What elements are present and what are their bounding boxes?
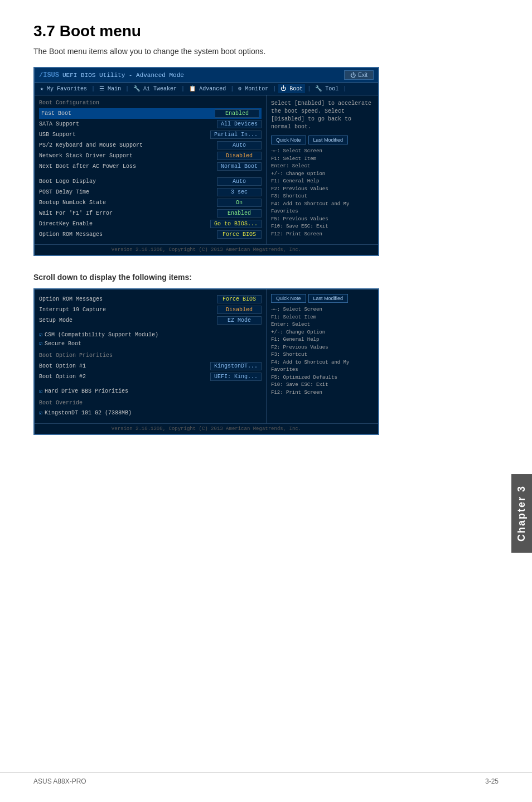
nav-advanced[interactable]: 📋 Advanced [187, 84, 228, 93]
boot-override-label: Boot Override [39, 400, 262, 406]
directkey-label: DirectKey Enable [39, 221, 210, 227]
section-title: 3.7 Boot menu [33, 22, 499, 40]
bios-navbar: ★ My Favorites | ☰ Main | 🔧 Ai Tweaker |… [35, 83, 378, 95]
usb-support-row[interactable]: USB Support Partial In... [39, 129, 262, 140]
ps2-label: PS/2 Keyboard and Mouse Support [39, 142, 217, 148]
wait-f1-row[interactable]: Wait For 'F1' If Error Enabled [39, 208, 262, 219]
fast-boot-value: Enabled [215, 109, 259, 118]
wait-f1-label: Wait For 'F1' If Error [39, 210, 217, 216]
interrupt-value: Disabled [217, 306, 262, 314]
setup-mode-value: EZ Mode [217, 316, 262, 325]
option-rom-label: Option ROM Messages [39, 231, 217, 238]
boot-priorities-label: Boot Option Priorities [39, 352, 262, 359]
network-stack-label: Network Stack Driver Support [39, 153, 217, 159]
bios-shortcuts: →←: Select Screen F1: Select Item Enter:… [271, 148, 374, 238]
numlock-label: Bootup NumLock State [39, 200, 217, 206]
secure-boot-row[interactable]: ☑ Secure Boot [39, 339, 262, 348]
nav-main[interactable]: ☰ Main [97, 84, 123, 93]
boot-opt2-row[interactable]: Boot Option #2 UEFI: King... [39, 371, 262, 382]
bios-help-text: Select [Enabled] to accelerate the boot … [271, 100, 374, 131]
numlock-value: On [217, 199, 262, 207]
exit-icon: ⏻ [350, 72, 356, 78]
sata-support-label: SATA Support [39, 121, 217, 127]
quick-note-tab[interactable]: Quick Note [271, 136, 306, 144]
usb-support-label: USB Support [39, 132, 210, 138]
fast-boot-row[interactable]: Fast Boot Enabled [39, 108, 262, 119]
boot-logo-row[interactable]: Boot Logo Display Auto [39, 176, 262, 187]
secure-boot-checkbox[interactable]: ☑ [39, 340, 42, 347]
nav-tweaker[interactable]: 🔧 Ai Tweaker [131, 84, 179, 93]
csm-label: CSM (Compatibility Support Module) [45, 332, 262, 338]
bios-exit-button[interactable]: ⏻ Exit [344, 70, 374, 80]
secure-boot-label: Secure Boot [45, 341, 262, 347]
exit-label: Exit [358, 72, 367, 78]
footer-right: 3-25 [485, 777, 499, 785]
section-desc: The Boot menu items allow you to change … [33, 47, 499, 56]
nav-boot[interactable]: ⏻ Boot [278, 84, 305, 93]
bios-left-panel: Boot Configuration Fast Boot Enabled SAT… [35, 95, 267, 244]
kingston-checkbox[interactable]: ☑ [39, 409, 42, 416]
sata-support-value: All Devices [217, 120, 262, 128]
post-delay-value: 3 sec [217, 188, 262, 196]
footer-left: ASUS A88X-PRO [33, 777, 86, 785]
boot-opt1-label: Boot Option #1 [39, 363, 210, 369]
csm-checkbox[interactable]: ☑ [39, 331, 42, 338]
nav-monitor[interactable]: ⚙ Monitor [236, 84, 270, 93]
boot-config-label: Boot Configuration [39, 100, 262, 106]
option-rom-value2: Force BIOS [217, 295, 262, 303]
chapter-sidebar: Chapter 3 [511, 474, 532, 553]
bios-right-panel: Select [Enabled] to accelerate the boot … [267, 95, 378, 244]
hdd-priorities-row[interactable]: ☑ Hard Drive BBS Priorities [39, 386, 262, 395]
post-delay-row[interactable]: POST Delay Time 3 sec [39, 187, 262, 197]
network-stack-value: Disabled [217, 152, 262, 160]
option-rom-row2[interactable]: Option ROM Messages Force BIOS [39, 294, 262, 305]
bios-shortcuts2: →←: Select Screen F1: Select Item Enter:… [271, 306, 374, 397]
bios-footer-top: Version 2.10.1208, Copyright (C) 2013 Am… [35, 244, 378, 255]
option-rom-row[interactable]: Option ROM Messages Force BIOS [39, 229, 262, 240]
boot-opt1-row[interactable]: Boot Option #1 KingstonDT... [39, 361, 262, 371]
bios-body-bottom: Option ROM Messages Force BIOS Interrupt… [35, 289, 378, 423]
option-rom-label2: Option ROM Messages [39, 296, 217, 302]
bios-body-top: Boot Configuration Fast Boot Enabled SAT… [35, 95, 378, 244]
kingston-override-row[interactable]: ☑ KingstonDT 101 G2 (7388MB) [39, 408, 262, 417]
last-modified-tab2[interactable]: Last Modified [308, 294, 349, 303]
quick-note-tab2[interactable]: Quick Note [271, 294, 306, 303]
boot-opt1-value: KingstonDT... [210, 362, 262, 370]
bios-note-tabs: Quick Note Last Modified [271, 136, 374, 144]
fast-boot-label: Fast Boot [41, 110, 215, 117]
boot-opt2-value: UEFI: King... [210, 373, 262, 381]
directkey-value: Go to BIOS... [210, 220, 262, 228]
last-modified-tab[interactable]: Last Modified [308, 136, 349, 144]
ps2-row[interactable]: PS/2 Keyboard and Mouse Support Auto [39, 140, 262, 151]
wait-f1-value: Enabled [217, 209, 262, 218]
bios-title-text: UEFI BIOS Utility - Advanced Mode [62, 72, 184, 79]
setup-mode-label: Setup Mode [39, 317, 217, 323]
bios-bottom-left: Option ROM Messages Force BIOS Interrupt… [35, 289, 267, 423]
option-rom-value: Force BIOS [217, 230, 262, 239]
kingston-label: KingstonDT 101 G2 (7388MB) [45, 410, 262, 416]
bios-footer-bottom: Version 2.10.1208, Copyright (C) 2013 Am… [35, 423, 378, 434]
directkey-row[interactable]: DirectKey Enable Go to BIOS... [39, 219, 262, 229]
ps2-value: Auto [217, 141, 262, 149]
bios-screen-top: /ISUS UEFI BIOS Utility - Advanced Mode … [33, 67, 379, 256]
nav-favorites[interactable]: ★ My Favorites [38, 84, 89, 93]
setup-mode-row[interactable]: Setup Mode EZ Mode [39, 315, 262, 326]
csm-row[interactable]: ☑ CSM (Compatibility Support Module) [39, 330, 262, 339]
bios-titlebar: /ISUS UEFI BIOS Utility - Advanced Mode … [35, 68, 378, 83]
hdd-priorities-label: Hard Drive BBS Priorities [45, 388, 262, 394]
numlock-row[interactable]: Bootup NumLock State On [39, 197, 262, 208]
boot-logo-label: Boot Logo Display [39, 178, 217, 185]
sata-support-row[interactable]: SATA Support All Devices [39, 119, 262, 129]
network-stack-row[interactable]: Network Stack Driver Support Disabled [39, 151, 262, 161]
asus-logo: /ISUS [39, 71, 59, 79]
boot-logo-value: Auto [217, 177, 262, 186]
interrupt-row[interactable]: Interrupt 19 Capture Disabled [39, 305, 262, 315]
bios-screen-bottom: Option ROM Messages Force BIOS Interrupt… [33, 288, 379, 435]
hdd-priorities-checkbox[interactable]: ☑ [39, 388, 42, 394]
page-content: 3.7 Boot menu The Boot menu items allow … [0, 0, 532, 485]
nav-tool[interactable]: 🔧 Tool [313, 84, 341, 93]
next-boot-row[interactable]: Next Boot after AC Power Loss Normal Boo… [39, 161, 262, 172]
bios-bottom-right: Quick Note Last Modified →←: Select Scre… [267, 289, 378, 423]
boot-opt2-label: Boot Option #2 [39, 374, 210, 380]
next-boot-label: Next Boot after AC Power Loss [39, 163, 217, 170]
